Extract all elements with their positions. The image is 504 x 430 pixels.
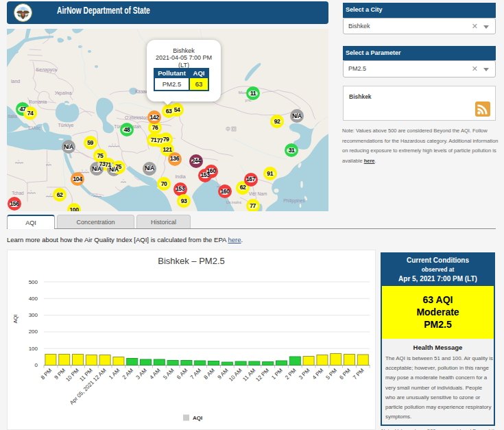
svg-text:400: 400 [29,296,38,302]
svg-text:3 PM: 3 PM [298,367,311,381]
svg-text:India: India [175,174,185,179]
svg-text:10 AM: 10 AM [228,367,243,383]
svg-text:8 AM: 8 AM [203,367,216,380]
svg-text:7 PM: 7 PM [352,367,365,381]
svg-text:6 PM: 6 PM [338,367,352,381]
svg-text:Україна: Україна [55,91,72,96]
svg-text:Türkiye: Türkiye [58,123,74,128]
svg-text:500: 500 [29,279,38,285]
svg-text:2 PM: 2 PM [284,367,298,381]
svg-text:Беларусь: Беларусь [36,67,58,73]
svg-text:4 AM: 4 AM [148,367,161,380]
svg-text:8 PM: 8 PM [40,367,53,381]
svg-text:3 AM: 3 AM [135,367,148,380]
svg-text:AQI: AQI [193,415,202,421]
svg-text:4 PM: 4 PM [311,367,325,381]
svg-text:Romania: Romania [29,99,47,104]
svg-text:12 PM: 12 PM [254,367,270,383]
svg-text:1 PM: 1 PM [270,367,284,381]
svg-text:land: land [11,79,20,84]
svg-text:100: 100 [29,346,38,352]
svg-text:Bishkek – PM2.5: Bishkek – PM2.5 [158,256,225,266]
svg-text:6 AM: 6 AM [176,367,189,380]
svg-text:5 PM: 5 PM [325,367,339,381]
svg-text:5 AM: 5 AM [162,367,175,380]
svg-text:1 AM: 1 AM [108,367,121,380]
svg-text:Italia: Italia [8,114,17,119]
svg-text:Us:inɑlnɛ: Us:inɑlnɛ [226,200,242,204]
svg-text:10 PM: 10 PM [64,367,80,383]
svg-text:Philippines: Philippines [283,198,305,204]
svg-text:300: 300 [29,312,38,318]
svg-text:AQI: AQI [12,315,19,324]
svg-text:Tchad: Tchad [12,191,24,195]
svg-text:Việt Nam: Việt Nam [249,191,267,196]
svg-text:Ελλάς: Ελλάς [28,126,40,131]
svg-text:2 AM: 2 AM [121,367,134,380]
svg-text:11 AM: 11 AM [241,367,256,382]
svg-text:O'zbekiston: O'zbekiston [125,115,148,120]
svg-text:7 AM: 7 AM [189,367,202,380]
svg-text:200: 200 [29,329,38,335]
svg-text:0: 0 [35,362,38,368]
